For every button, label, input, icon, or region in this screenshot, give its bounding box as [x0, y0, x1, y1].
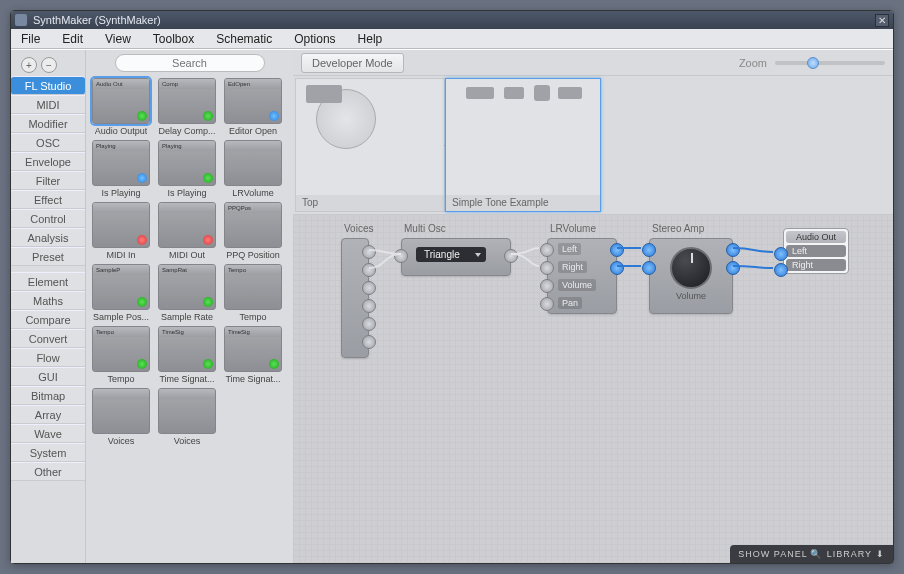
port-out[interactable]: [362, 317, 376, 331]
port-out[interactable]: [362, 335, 376, 349]
category-maths[interactable]: Maths: [11, 291, 85, 310]
port-label: Right: [558, 261, 587, 273]
module-label: Tempo: [107, 374, 134, 384]
port-in[interactable]: [540, 297, 554, 311]
zoom-slider[interactable]: [775, 61, 885, 65]
module-label: Time Signat...: [225, 374, 280, 384]
category-modifier[interactable]: Modifier: [11, 114, 85, 133]
audio-out-right: Right: [786, 259, 846, 271]
category-analysis[interactable]: Analysis: [11, 228, 85, 247]
module-item[interactable]: Audio OutAudio Output: [90, 78, 152, 136]
port-in[interactable]: [394, 249, 408, 263]
module-item[interactable]: EdOpenEditor Open: [222, 78, 284, 136]
menu-edit[interactable]: Edit: [58, 30, 87, 48]
port-in[interactable]: [642, 243, 656, 257]
module-item[interactable]: CompDelay Comp...: [156, 78, 218, 136]
module-label: Delay Comp...: [158, 126, 215, 136]
port-in[interactable]: [774, 263, 788, 277]
zoom-label: Zoom: [739, 57, 767, 69]
category-fl-studio[interactable]: FL Studio: [11, 76, 85, 95]
port-out[interactable]: [362, 299, 376, 313]
menubar: File Edit View Toolbox Schematic Options…: [11, 29, 893, 49]
category-array[interactable]: Array: [11, 405, 85, 424]
category-flow[interactable]: Flow: [11, 348, 85, 367]
port-out[interactable]: [362, 263, 376, 277]
nav-cell-current[interactable]: Simple Tone Example: [445, 78, 601, 212]
close-icon[interactable]: ✕: [875, 14, 889, 27]
developer-mode-button[interactable]: Developer Mode: [301, 53, 404, 73]
category-convert[interactable]: Convert: [11, 329, 85, 348]
menu-view[interactable]: View: [101, 30, 135, 48]
osc-wave-select[interactable]: Triangle: [416, 247, 486, 262]
node-lrvolume[interactable]: LRVolume Left Right Volume Pan: [547, 238, 617, 314]
category-system[interactable]: System: [11, 443, 85, 462]
remove-category-icon[interactable]: −: [41, 57, 57, 73]
node-title: Multi Osc: [404, 223, 446, 234]
node-multi-osc[interactable]: Multi Osc Triangle: [401, 238, 511, 276]
show-panel-button[interactable]: SHOW PANEL 🔍: [738, 549, 820, 559]
port-label: Left: [558, 243, 581, 255]
menu-options[interactable]: Options: [290, 30, 339, 48]
nav-label-top: Top: [296, 195, 444, 211]
port-out[interactable]: [610, 243, 624, 257]
module-item[interactable]: PPQPosPPQ Position: [222, 202, 284, 260]
category-wave[interactable]: Wave: [11, 424, 85, 443]
search-input[interactable]: [115, 54, 265, 72]
module-item[interactable]: TimeSigTime Signat...: [222, 326, 284, 384]
module-item[interactable]: PlayingIs Playing: [90, 140, 152, 198]
menu-toolbox[interactable]: Toolbox: [149, 30, 198, 48]
category-effect[interactable]: Effect: [11, 190, 85, 209]
audio-out-header: Audio Out: [786, 231, 846, 243]
category-gui[interactable]: GUI: [11, 367, 85, 386]
module-item[interactable]: MIDI Out: [156, 202, 218, 260]
volume-knob[interactable]: [670, 247, 712, 289]
module-item[interactable]: TimeSigTime Signat...: [156, 326, 218, 384]
port-out[interactable]: [362, 281, 376, 295]
category-control[interactable]: Control: [11, 209, 85, 228]
port-out[interactable]: [726, 243, 740, 257]
category-filter[interactable]: Filter: [11, 171, 85, 190]
module-item[interactable]: LRVolume: [222, 140, 284, 198]
category-preset[interactable]: Preset: [11, 247, 85, 266]
port-in[interactable]: [642, 261, 656, 275]
library-button[interactable]: LIBRARY ⬇: [827, 549, 885, 559]
category-osc[interactable]: OSC: [11, 133, 85, 152]
category-element[interactable]: Element: [11, 272, 85, 291]
port-out[interactable]: [610, 261, 624, 275]
module-item[interactable]: MIDI In: [90, 202, 152, 260]
module-item[interactable]: TempoTempo: [222, 264, 284, 322]
menu-help[interactable]: Help: [354, 30, 387, 48]
module-item[interactable]: Voices: [90, 388, 152, 446]
category-other[interactable]: Other: [11, 462, 85, 481]
node-audio-out[interactable]: Audio Out Left Right: [783, 228, 849, 274]
port-out[interactable]: [504, 249, 518, 263]
schematic-canvas[interactable]: Voices Multi Osc Triangle: [293, 214, 893, 563]
nav-label-current: Simple Tone Example: [446, 195, 600, 211]
category-compare[interactable]: Compare: [11, 310, 85, 329]
port-out[interactable]: [726, 261, 740, 275]
port-in[interactable]: [774, 247, 788, 261]
category-bitmap[interactable]: Bitmap: [11, 386, 85, 405]
nav-cell-top[interactable]: Top: [295, 78, 445, 212]
navigator-strip: Top Simple Tone Example: [293, 76, 893, 214]
menu-schematic[interactable]: Schematic: [212, 30, 276, 48]
port-out[interactable]: [362, 245, 376, 259]
module-item[interactable]: SamplePSample Pos...: [90, 264, 152, 322]
node-title: LRVolume: [550, 223, 596, 234]
module-item[interactable]: SampRatSample Rate: [156, 264, 218, 322]
node-stereo-amp[interactable]: Stereo Amp Volume: [649, 238, 733, 314]
status-bar: SHOW PANEL 🔍 LIBRARY ⬇: [730, 545, 893, 563]
module-label: MIDI In: [106, 250, 135, 260]
port-in[interactable]: [540, 243, 554, 257]
port-in[interactable]: [540, 261, 554, 275]
titlebar[interactable]: SynthMaker (SynthMaker) ✕: [11, 11, 893, 29]
module-item[interactable]: TempoTempo: [90, 326, 152, 384]
module-item[interactable]: Voices: [156, 388, 218, 446]
category-midi[interactable]: MIDI: [11, 95, 85, 114]
port-in[interactable]: [540, 279, 554, 293]
menu-file[interactable]: File: [17, 30, 44, 48]
node-voices[interactable]: Voices: [341, 238, 369, 358]
category-envelope[interactable]: Envelope: [11, 152, 85, 171]
module-item[interactable]: PlayingIs Playing: [156, 140, 218, 198]
add-category-icon[interactable]: +: [21, 57, 37, 73]
